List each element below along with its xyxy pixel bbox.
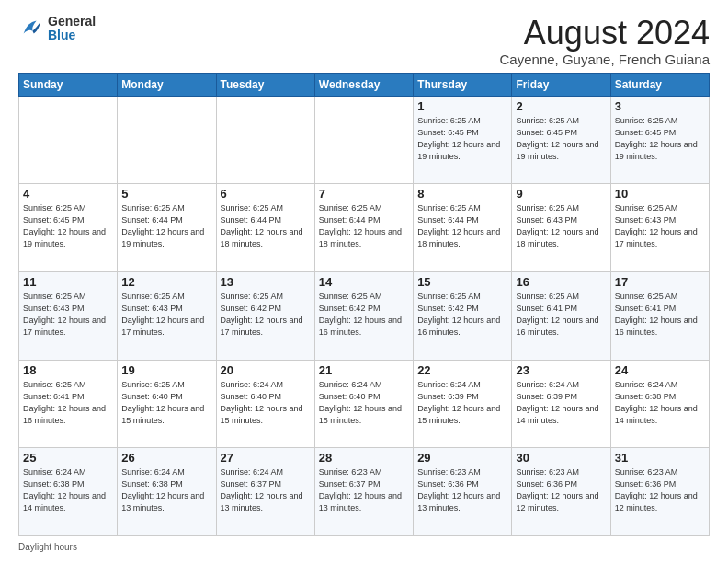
day-info: Sunrise: 6:24 AM Sunset: 6:38 PM Dayligh… xyxy=(615,379,705,427)
day-number: 13 xyxy=(221,275,311,289)
day-number: 19 xyxy=(121,363,211,377)
calendar-title: August 2024 xyxy=(500,15,710,52)
day-number: 8 xyxy=(417,187,507,201)
title-block: August 2024 Cayenne, Guyane, French Guia… xyxy=(500,15,710,67)
day-info: Sunrise: 6:25 AM Sunset: 6:41 PM Dayligh… xyxy=(615,291,705,339)
day-number: 22 xyxy=(417,363,507,377)
day-cell: 17Sunrise: 6:25 AM Sunset: 6:41 PM Dayli… xyxy=(610,271,709,360)
day-info: Sunrise: 6:25 AM Sunset: 6:43 PM Dayligh… xyxy=(615,202,705,250)
day-info: Sunrise: 6:23 AM Sunset: 6:36 PM Dayligh… xyxy=(417,466,507,514)
logo-bird-icon xyxy=(18,16,44,41)
day-cell: 12Sunrise: 6:25 AM Sunset: 6:43 PM Dayli… xyxy=(118,271,216,360)
day-number: 12 xyxy=(121,275,211,289)
week-row-4: 18Sunrise: 6:25 AM Sunset: 6:41 PM Dayli… xyxy=(19,360,710,448)
daylight-label: Daylight hours xyxy=(18,542,77,552)
day-cell: 14Sunrise: 6:25 AM Sunset: 6:42 PM Dayli… xyxy=(314,271,413,360)
day-cell: 29Sunrise: 6:23 AM Sunset: 6:36 PM Dayli… xyxy=(414,448,512,536)
day-number: 26 xyxy=(121,451,211,465)
day-info: Sunrise: 6:25 AM Sunset: 6:44 PM Dayligh… xyxy=(319,202,409,250)
day-number: 23 xyxy=(516,363,606,377)
day-info: Sunrise: 6:25 AM Sunset: 6:41 PM Dayligh… xyxy=(516,291,606,339)
day-number: 24 xyxy=(615,363,705,377)
day-info: Sunrise: 6:25 AM Sunset: 6:45 PM Dayligh… xyxy=(516,115,606,163)
day-info: Sunrise: 6:24 AM Sunset: 6:40 PM Dayligh… xyxy=(221,379,311,427)
day-number: 27 xyxy=(221,451,311,465)
day-cell: 8Sunrise: 6:25 AM Sunset: 6:44 PM Daylig… xyxy=(414,184,512,272)
day-info: Sunrise: 6:24 AM Sunset: 6:38 PM Dayligh… xyxy=(23,466,113,514)
day-number: 28 xyxy=(319,451,409,465)
day-cell: 19Sunrise: 6:25 AM Sunset: 6:40 PM Dayli… xyxy=(118,360,216,448)
day-info: Sunrise: 6:25 AM Sunset: 6:44 PM Dayligh… xyxy=(417,202,507,250)
week-row-3: 11Sunrise: 6:25 AM Sunset: 6:43 PM Dayli… xyxy=(19,271,710,360)
col-header-thursday: Thursday xyxy=(414,73,512,96)
logo: General Blue xyxy=(18,15,96,43)
day-info: Sunrise: 6:25 AM Sunset: 6:42 PM Dayligh… xyxy=(319,291,409,339)
page-header: General Blue August 2024 Cayenne, Guyane… xyxy=(18,15,710,67)
col-header-sunday: Sunday xyxy=(19,73,118,96)
day-cell: 3Sunrise: 6:25 AM Sunset: 6:45 PM Daylig… xyxy=(610,96,709,184)
day-cell: 23Sunrise: 6:24 AM Sunset: 6:39 PM Dayli… xyxy=(512,360,610,448)
day-info: Sunrise: 6:23 AM Sunset: 6:36 PM Dayligh… xyxy=(615,466,705,514)
day-number: 9 xyxy=(516,187,606,201)
day-info: Sunrise: 6:25 AM Sunset: 6:42 PM Dayligh… xyxy=(221,291,311,339)
day-info: Sunrise: 6:24 AM Sunset: 6:40 PM Dayligh… xyxy=(319,379,409,427)
day-info: Sunrise: 6:25 AM Sunset: 6:43 PM Dayligh… xyxy=(516,202,606,250)
day-cell: 15Sunrise: 6:25 AM Sunset: 6:42 PM Dayli… xyxy=(414,271,512,360)
day-cell: 10Sunrise: 6:25 AM Sunset: 6:43 PM Dayli… xyxy=(610,184,709,272)
day-info: Sunrise: 6:25 AM Sunset: 6:44 PM Dayligh… xyxy=(221,202,311,250)
col-header-saturday: Saturday xyxy=(610,73,709,96)
day-number: 3 xyxy=(615,99,705,113)
day-info: Sunrise: 6:25 AM Sunset: 6:44 PM Dayligh… xyxy=(121,202,211,250)
day-number: 30 xyxy=(516,451,606,465)
day-number: 7 xyxy=(319,187,409,201)
day-cell: 16Sunrise: 6:25 AM Sunset: 6:41 PM Dayli… xyxy=(512,271,610,360)
day-cell: 31Sunrise: 6:23 AM Sunset: 6:36 PM Dayli… xyxy=(610,448,709,536)
day-number: 29 xyxy=(417,451,507,465)
day-cell: 13Sunrise: 6:25 AM Sunset: 6:42 PM Dayli… xyxy=(216,271,314,360)
calendar-table: SundayMondayTuesdayWednesdayThursdayFrid… xyxy=(18,73,710,536)
day-number: 14 xyxy=(319,275,409,289)
day-info: Sunrise: 6:25 AM Sunset: 6:43 PM Dayligh… xyxy=(23,291,113,339)
day-cell xyxy=(216,96,314,184)
day-number: 2 xyxy=(516,99,606,113)
day-cell: 7Sunrise: 6:25 AM Sunset: 6:44 PM Daylig… xyxy=(314,184,413,272)
day-cell: 22Sunrise: 6:24 AM Sunset: 6:39 PM Dayli… xyxy=(414,360,512,448)
day-cell xyxy=(19,96,118,184)
day-number: 4 xyxy=(23,187,113,201)
footer: Daylight hours xyxy=(18,542,710,552)
col-header-wednesday: Wednesday xyxy=(314,73,413,96)
day-number: 31 xyxy=(615,451,705,465)
day-cell: 20Sunrise: 6:24 AM Sunset: 6:40 PM Dayli… xyxy=(216,360,314,448)
day-cell xyxy=(118,96,216,184)
day-info: Sunrise: 6:23 AM Sunset: 6:37 PM Dayligh… xyxy=(319,466,409,514)
day-cell: 25Sunrise: 6:24 AM Sunset: 6:38 PM Dayli… xyxy=(19,448,118,536)
day-cell: 4Sunrise: 6:25 AM Sunset: 6:45 PM Daylig… xyxy=(19,184,118,272)
week-row-2: 4Sunrise: 6:25 AM Sunset: 6:45 PM Daylig… xyxy=(19,184,710,272)
day-cell: 2Sunrise: 6:25 AM Sunset: 6:45 PM Daylig… xyxy=(512,96,610,184)
day-number: 21 xyxy=(319,363,409,377)
day-cell: 26Sunrise: 6:24 AM Sunset: 6:38 PM Dayli… xyxy=(118,448,216,536)
day-cell: 28Sunrise: 6:23 AM Sunset: 6:37 PM Dayli… xyxy=(314,448,413,536)
day-number: 11 xyxy=(23,275,113,289)
day-info: Sunrise: 6:25 AM Sunset: 6:45 PM Dayligh… xyxy=(417,115,507,163)
day-info: Sunrise: 6:25 AM Sunset: 6:41 PM Dayligh… xyxy=(23,379,113,427)
day-info: Sunrise: 6:25 AM Sunset: 6:43 PM Dayligh… xyxy=(121,291,211,339)
day-number: 17 xyxy=(615,275,705,289)
col-header-friday: Friday xyxy=(512,73,610,96)
logo-general: General xyxy=(48,15,96,29)
day-number: 6 xyxy=(221,187,311,201)
day-info: Sunrise: 6:25 AM Sunset: 6:42 PM Dayligh… xyxy=(417,291,507,339)
day-cell xyxy=(314,96,413,184)
day-number: 18 xyxy=(23,363,113,377)
day-info: Sunrise: 6:24 AM Sunset: 6:37 PM Dayligh… xyxy=(221,466,311,514)
week-row-5: 25Sunrise: 6:24 AM Sunset: 6:38 PM Dayli… xyxy=(19,448,710,536)
day-number: 10 xyxy=(615,187,705,201)
day-info: Sunrise: 6:25 AM Sunset: 6:40 PM Dayligh… xyxy=(121,379,211,427)
day-info: Sunrise: 6:24 AM Sunset: 6:38 PM Dayligh… xyxy=(121,466,211,514)
day-number: 25 xyxy=(23,451,113,465)
day-cell: 5Sunrise: 6:25 AM Sunset: 6:44 PM Daylig… xyxy=(118,184,216,272)
day-number: 1 xyxy=(417,99,507,113)
day-info: Sunrise: 6:25 AM Sunset: 6:45 PM Dayligh… xyxy=(23,202,113,250)
day-number: 20 xyxy=(221,363,311,377)
day-cell: 24Sunrise: 6:24 AM Sunset: 6:38 PM Dayli… xyxy=(610,360,709,448)
